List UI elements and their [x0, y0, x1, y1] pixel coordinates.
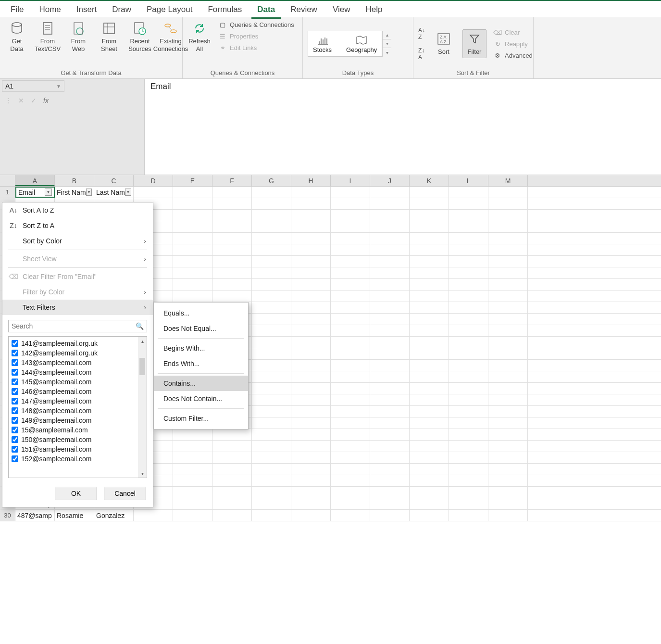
tab-home[interactable]: Home [31, 2, 68, 17]
filter-checklist-item[interactable]: 150@sampleemail.com [12, 435, 135, 444]
checkbox[interactable] [12, 369, 18, 376]
checkbox[interactable] [12, 359, 18, 366]
checklist-scrollbar[interactable]: ▴ ▾ [138, 337, 147, 478]
ok-button[interactable]: OK [55, 487, 97, 500]
cell-h1[interactable] [291, 187, 331, 198]
tab-data[interactable]: Data [249, 2, 283, 17]
filter-checklist-item[interactable]: 144@sampleemail.com [12, 367, 135, 377]
tab-draw[interactable]: Draw [104, 2, 139, 17]
scroll-thumb[interactable] [139, 358, 145, 375]
data-types-gallery[interactable]: Stocks Geography [308, 31, 382, 57]
checkbox[interactable] [12, 427, 18, 433]
filter-checklist-item[interactable]: 142@sampleemail.org.uk [12, 348, 135, 358]
queries-connections-button[interactable]: ▢Queries & Connections [218, 20, 294, 29]
sort-asc-button[interactable]: A↓Z [418, 27, 425, 40]
row-header-1[interactable]: 1 [0, 187, 15, 198]
chevron-down-icon[interactable]: ▼ [56, 84, 61, 89]
checkbox[interactable] [12, 398, 18, 404]
cell-c1[interactable]: Last Nam ▼ [94, 187, 134, 198]
filter-checklist-item[interactable]: 15@sampleemail.com [12, 425, 135, 435]
cell-b1[interactable]: First Nam ▼ [55, 187, 94, 198]
filter-begins-with[interactable]: Begins With... [154, 341, 248, 356]
filter-checklist-item[interactable]: 143@sampleemail.com [12, 358, 135, 367]
col-header-e[interactable]: E [173, 175, 212, 186]
filter-not-equal[interactable]: Does Not Equal... [154, 321, 248, 336]
col-header-j[interactable]: J [370, 175, 410, 186]
select-all-corner[interactable] [0, 175, 15, 186]
checkbox[interactable] [12, 446, 18, 453]
checkbox[interactable] [12, 407, 18, 414]
checkbox[interactable] [12, 436, 18, 443]
from-sheet-button[interactable]: From Sheet [97, 20, 121, 53]
filter-checklist-item[interactable]: 147@sampleemail.com [12, 396, 135, 406]
from-text-csv-button[interactable]: From Text/CSV [36, 20, 60, 53]
filter-checklist-item[interactable]: 152@sampleemail.com [12, 454, 135, 464]
row-header-30[interactable]: 30 [0, 510, 15, 521]
existing-connections-button[interactable]: Existing Connections [159, 20, 183, 53]
col-header-d[interactable]: D [134, 175, 173, 186]
col-header-f[interactable]: F [212, 175, 252, 186]
cell-f1[interactable] [212, 187, 252, 198]
col-header-l[interactable]: L [449, 175, 488, 186]
col-header-g[interactable]: G [252, 175, 291, 186]
sort-desc-button[interactable]: Z↓A [418, 47, 425, 61]
filter-checklist-item[interactable]: 141@sampleemail.org.uk [12, 339, 135, 348]
tab-view[interactable]: View [325, 2, 358, 17]
cell-a30[interactable]: 487@samp [15, 510, 55, 521]
filter-custom[interactable]: Custom Filter... [154, 411, 248, 426]
cell-e1[interactable] [173, 187, 212, 198]
cell-d1[interactable] [134, 187, 173, 198]
cell-g1[interactable] [252, 187, 291, 198]
col-header-i[interactable]: I [331, 175, 370, 186]
filter-search[interactable]: 🔍 [8, 320, 147, 332]
filter-checklist-item[interactable]: 149@sampleemail.com [12, 416, 135, 425]
sort-z-to-a[interactable]: Z↓ Sort Z to A [2, 218, 153, 233]
scroll-up-icon[interactable]: ▴ [141, 337, 144, 345]
col-header-c[interactable]: C [94, 175, 134, 186]
gallery-nav[interactable]: ▴▾▾ [382, 31, 391, 57]
filter-contains[interactable]: Contains... [154, 376, 248, 391]
text-filters[interactable]: Text Filters› [2, 300, 153, 315]
sort-by-color[interactable]: Sort by Color› [2, 233, 153, 249]
recent-sources-button[interactable]: Recent Sources [128, 20, 152, 53]
filter-dropdown-lastname[interactable]: ▼ [125, 189, 131, 196]
confirm-check-icon[interactable]: ✓ [31, 97, 37, 104]
cell-b30[interactable]: Rosamie [55, 510, 94, 521]
filter-ends-with[interactable]: Ends With... [154, 356, 248, 371]
filter-checklist-item[interactable]: 148@sampleemail.com [12, 406, 135, 416]
tab-review[interactable]: Review [283, 2, 325, 17]
cell-a1[interactable]: Email ▼ [15, 187, 55, 198]
tab-file[interactable]: File [3, 2, 31, 17]
checkbox[interactable] [12, 455, 18, 462]
filter-search-input[interactable] [12, 322, 136, 330]
name-box[interactable]: A1 ▼ [2, 80, 64, 92]
checkbox[interactable] [12, 388, 18, 395]
geography-type[interactable]: Geography [346, 35, 377, 53]
cell-l1[interactable] [449, 187, 488, 198]
cell-j1[interactable] [370, 187, 410, 198]
filter-checklist-item[interactable]: 151@sampleemail.com [12, 444, 135, 454]
sort-button[interactable]: Z AA Z Sort [432, 31, 456, 57]
cell-k1[interactable] [410, 187, 449, 198]
filter-button[interactable]: Filter [462, 29, 486, 58]
col-header-b[interactable]: B [55, 175, 94, 186]
filter-checklist-item[interactable]: 146@sampleemail.com [12, 387, 135, 396]
checkbox[interactable] [12, 350, 18, 356]
cancel-button[interactable]: Cancel [104, 487, 146, 500]
filter-dropdown-firstname[interactable]: ▼ [86, 189, 92, 196]
from-web-button[interactable]: From Web [66, 20, 90, 53]
checkbox[interactable] [12, 379, 18, 385]
col-header-a[interactable]: A [15, 175, 55, 186]
filter-equals[interactable]: Equals... [154, 305, 248, 321]
sort-a-to-z[interactable]: A↓ Sort A to Z [2, 202, 153, 218]
scroll-down-icon[interactable]: ▾ [141, 469, 144, 478]
filter-checklist-item[interactable]: 145@sampleemail.com [12, 377, 135, 387]
tab-page-layout[interactable]: Page Layout [139, 2, 200, 17]
col-header-h[interactable]: H [291, 175, 331, 186]
cancel-x-icon[interactable]: ✕ [18, 97, 24, 104]
get-data-button[interactable]: Get Data [5, 20, 29, 53]
col-header-m[interactable]: M [488, 175, 528, 186]
checkbox[interactable] [12, 340, 18, 347]
cell-m1[interactable] [488, 187, 528, 198]
col-header-k[interactable]: K [410, 175, 449, 186]
